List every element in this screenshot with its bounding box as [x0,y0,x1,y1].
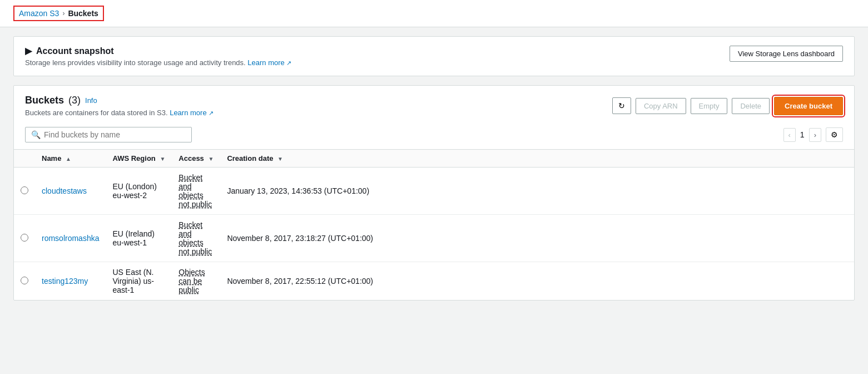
bucket-access-cell: Objects can be public [172,262,220,301]
bucket-radio-2[interactable] [21,277,28,284]
pagination-next-icon: › [814,131,816,139]
snapshot-arrow-icon: ▶ [25,46,32,56]
bucket-access-text: Bucket and objects not public [178,173,212,209]
pagination-prev-button[interactable]: ‹ [783,128,796,142]
buckets-title-area: Buckets (3) Info Buckets are containers … [25,95,214,117]
view-storage-lens-dashboard-button[interactable]: View Storage Lens dashboard [730,46,843,62]
buckets-header: Buckets (3) Info Buckets are containers … [14,86,854,122]
bucket-creation-date-cell: November 8, 2017, 22:55:12 (UTC+01:00) [220,262,854,301]
buckets-count: (3) [68,95,81,106]
bucket-region-cell: EU (Ireland) eu-west-1 [106,215,172,262]
create-bucket-button[interactable]: Create bucket [774,97,843,115]
pagination-current-page: 1 [800,130,805,139]
refresh-button[interactable]: ↻ [612,97,631,114]
region-sort-icon: ▼ [160,156,165,162]
bucket-access-cell: Bucket and objects not public [172,215,220,262]
empty-button[interactable]: Empty [691,98,728,114]
creation-date-sort-icon: ▼ [277,156,283,162]
bucket-name-cell: romsolromashka [35,215,106,262]
bucket-name-link[interactable]: testing123my [42,277,88,286]
col-header-access[interactable]: Access ▼ [172,150,220,168]
buckets-panel: Buckets (3) Info Buckets are containers … [13,85,855,301]
name-sort-icon: ▲ [66,156,71,162]
search-bar-row: 🔍 ‹ 1 › ⚙ [14,122,854,149]
bucket-name-link[interactable]: cloudtestaws [42,186,87,195]
radio-cell [14,262,35,301]
pagination-controls: ‹ 1 › ⚙ [783,127,843,142]
col-header-name[interactable]: Name ▲ [35,150,106,168]
col-header-region[interactable]: AWS Region ▼ [106,150,172,168]
breadcrumb: Amazon S3 › Buckets [13,6,104,21]
search-input[interactable] [44,130,186,139]
col-header-radio [14,150,35,168]
breadcrumb-current: Buckets [68,9,98,18]
bucket-radio-0[interactable] [21,186,28,194]
buckets-actions: ↻ Copy ARN Empty Delete Create bucket [612,97,843,115]
settings-icon: ⚙ [831,130,838,139]
breadcrumb-separator: › [62,9,65,17]
copy-arn-button[interactable]: Copy ARN [636,98,686,114]
bucket-access-text: Bucket and objects not public [178,220,212,256]
buckets-info-link[interactable]: Info [85,96,97,105]
bucket-access-text: Objects can be public [178,268,205,294]
table-row: romsolromashkaEU (Ireland) eu-west-1Buck… [14,215,854,262]
access-sort-icon: ▼ [208,156,214,162]
breadcrumb-parent-link[interactable]: Amazon S3 [19,9,59,18]
account-snapshot-learn-more-link[interactable]: Learn more [247,58,291,67]
account-snapshot-subtitle: Storage lens provides visibility into st… [25,58,291,67]
pagination-next-button[interactable]: › [809,128,821,142]
buckets-title-row: Buckets (3) Info [25,95,214,106]
bucket-creation-date-cell: January 13, 2023, 14:36:53 (UTC+01:00) [220,168,854,215]
bucket-access-cell: Bucket and objects not public [172,168,220,215]
search-icon: 🔍 [31,130,41,139]
bucket-name-cell: testing123my [35,262,106,301]
col-header-creation-date[interactable]: Creation date ▼ [220,150,854,168]
table-row: testing123myUS East (N. Virginia) us-eas… [14,262,854,301]
pagination-prev-icon: ‹ [788,131,791,139]
radio-cell [14,168,35,215]
buckets-title: Buckets [25,95,64,106]
search-input-wrapper: 🔍 [25,127,192,142]
bucket-creation-date-cell: November 8, 2017, 23:18:27 (UTC+01:00) [220,215,854,262]
radio-cell [14,215,35,262]
account-snapshot-panel: ▶ Account snapshot Storage lens provides… [13,36,855,76]
table-row: cloudtestawsEU (London) eu-west-2Bucket … [14,168,854,215]
delete-button[interactable]: Delete [732,98,770,114]
account-snapshot-title: ▶ Account snapshot [25,46,291,56]
buckets-tbody: cloudtestawsEU (London) eu-west-2Bucket … [14,168,854,301]
refresh-icon: ↻ [618,101,625,110]
buckets-subtitle: Buckets are containers for data stored i… [25,109,214,117]
buckets-table: Name ▲ AWS Region ▼ Access ▼ Creation da… [14,149,854,300]
bucket-name-cell: cloudtestaws [35,168,106,215]
bucket-region-cell: US East (N. Virginia) us-east-1 [106,262,172,301]
table-header-row: Name ▲ AWS Region ▼ Access ▼ Creation da… [14,150,854,168]
bucket-region-cell: EU (London) eu-west-2 [106,168,172,215]
buckets-learn-more-link[interactable]: Learn more [170,109,214,117]
bucket-radio-1[interactable] [21,234,28,242]
table-settings-button[interactable]: ⚙ [826,127,843,142]
bucket-name-link[interactable]: romsolromashka [42,234,99,243]
